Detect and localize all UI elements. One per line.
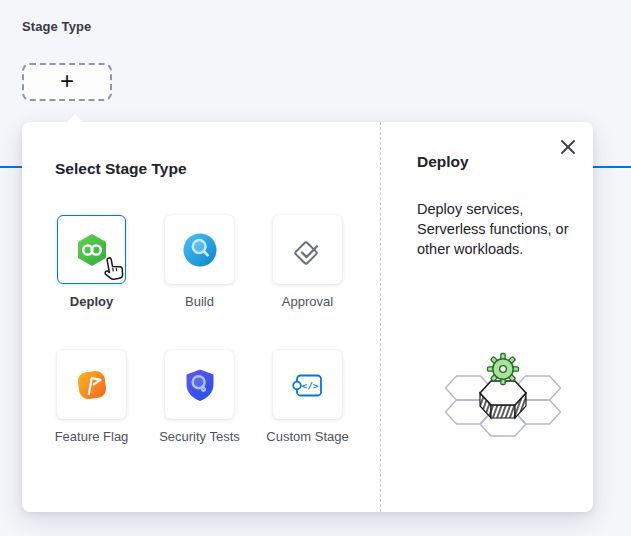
code-glyph: </> — [301, 380, 318, 391]
popover-title: Select Stage Type — [55, 160, 187, 178]
stage-detail-panel: Deploy Deploy services, Serverless funct… — [380, 122, 593, 512]
stage-card-approval[interactable] — [273, 215, 342, 284]
feature-flag-icon — [74, 367, 110, 403]
stage-card-custom-stage[interactable]: </> — [273, 350, 342, 419]
close-icon — [560, 139, 576, 155]
hexagon-platform-gear-illustration — [425, 344, 583, 462]
stage-cell-custom-stage: </> Custom Stage — [273, 350, 342, 445]
stage-cell-security-tests: Security Tests — [165, 350, 234, 445]
stage-label: Security Tests — [144, 428, 256, 445]
stage-label: Custom Stage — [252, 428, 364, 445]
popover-caret — [66, 114, 84, 123]
stage-type-grid: Deploy Build — [57, 215, 342, 445]
security-shield-magnifier-icon — [182, 367, 218, 403]
hand-cursor-icon — [98, 253, 130, 286]
stage-builder-canvas: Stage Type + Select Stage Type Deploy — [0, 0, 631, 536]
close-button[interactable] — [556, 135, 580, 159]
stage-cell-build: Build — [165, 215, 234, 310]
stage-type-label: Stage Type — [22, 19, 91, 34]
stage-card-feature-flag[interactable] — [57, 350, 126, 419]
stage-label: Approval — [252, 293, 364, 310]
gear-icon — [488, 354, 519, 385]
select-stage-type-popover: Select Stage Type Deploy — [22, 122, 593, 512]
detail-description: Deploy services, Serverless functions, o… — [417, 199, 569, 259]
add-stage-button[interactable]: + — [22, 63, 112, 101]
custom-stage-code-icon: </> — [289, 366, 327, 404]
approval-check-diamond-icon — [290, 232, 326, 268]
stage-cell-feature-flag: Feature Flag — [57, 350, 126, 445]
stage-label: Deploy — [36, 293, 148, 310]
stage-card-build[interactable] — [165, 215, 234, 284]
stage-card-security-tests[interactable] — [165, 350, 234, 419]
ci-magnifier-circle-icon — [182, 232, 218, 268]
plus-icon: + — [60, 69, 74, 93]
stage-label: Build — [144, 293, 256, 310]
stage-label: Feature Flag — [36, 428, 148, 445]
stage-cell-approval: Approval — [273, 215, 342, 310]
